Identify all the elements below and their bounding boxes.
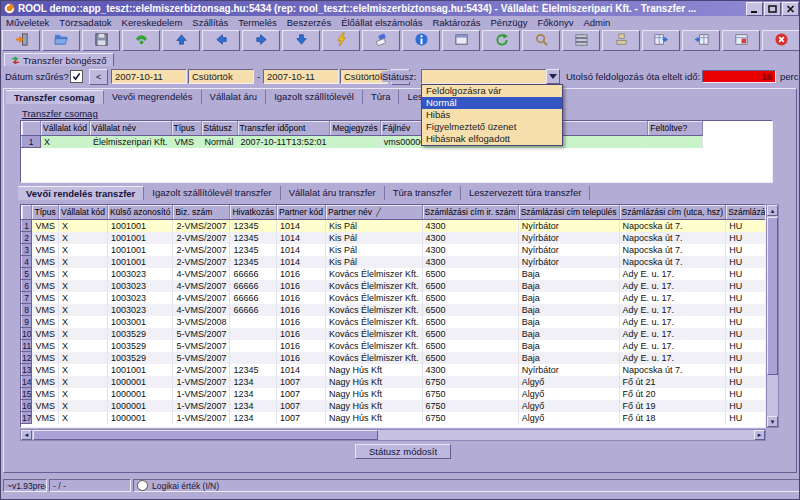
tab-igazolt-szallitolevel-transzfer[interactable]: Igazolt szállítólevél transzfer — [144, 186, 280, 200]
cell[interactable]: 1016 — [277, 280, 326, 292]
toolbar-button-phone-icon[interactable] — [122, 30, 160, 51]
menu-item-szallitas[interactable]: Szállítás — [187, 17, 233, 28]
cell[interactable]: 5-VMS/2007 — [173, 328, 230, 340]
cell[interactable]: 1234 — [230, 376, 277, 388]
toolbar-button-table-red-icon[interactable] — [722, 30, 760, 51]
cell[interactable]: X — [58, 292, 107, 304]
cell[interactable]: 1-VMS/2007 — [173, 412, 230, 424]
cell[interactable]: VMS — [32, 316, 59, 328]
cell[interactable]: 1016 — [277, 316, 326, 328]
cell[interactable]: Ady E. u. 17. — [619, 268, 726, 280]
cell[interactable]: X — [58, 412, 107, 424]
cell[interactable]: Baja — [518, 316, 619, 328]
cell[interactable]: 6500 — [422, 316, 518, 328]
cell[interactable]: HU — [726, 328, 766, 340]
cell[interactable]: 1007 — [277, 400, 326, 412]
toolbar-button-cancel-icon[interactable] — [762, 30, 800, 51]
cell[interactable]: Kovács Élelmiszer Kft. — [325, 280, 422, 292]
cell[interactable]: HU — [726, 304, 766, 316]
cell[interactable]: 1014 — [277, 256, 326, 268]
cell[interactable]: Napocska út 7. — [619, 244, 726, 256]
column-header-vallalat-kod[interactable]: Vállalat kód — [58, 205, 107, 220]
cell[interactable]: 2-VMS/2007 — [173, 364, 230, 376]
cell[interactable]: 12345 — [230, 244, 277, 256]
cell[interactable]: VMS — [32, 220, 59, 232]
table-row[interactable]: 5VMSX10030234-VMS/2007666661016Kovács Él… — [22, 268, 767, 280]
cell[interactable]: X — [58, 364, 107, 376]
cell[interactable]: 6500 — [422, 292, 518, 304]
cell[interactable]: VMS — [32, 232, 59, 244]
cell[interactable]: X — [58, 268, 107, 280]
toolbar-button-lightning-icon[interactable] — [322, 30, 360, 51]
cell[interactable]: HU — [726, 220, 766, 232]
tab-vevoi-rendeles-transzfer[interactable]: Vevői rendelés transzfer — [18, 186, 144, 200]
cell[interactable]: 4300 — [422, 232, 518, 244]
table-row[interactable]: 12VMSX10035295-VMS/20071016Kovács Élelmi… — [22, 352, 767, 364]
menu-item-termeles[interactable]: Termelés — [233, 17, 282, 28]
logic-value-radio[interactable] — [137, 480, 148, 491]
cell[interactable]: Ady E. u. 17. — [619, 328, 726, 340]
cell[interactable]: Élelmiszeripari Kft. — [90, 136, 172, 148]
column-header-partner-nev[interactable]: Partner név╱ — [325, 205, 422, 220]
cell[interactable]: 1001001 — [107, 220, 172, 232]
status-modify-button[interactable]: Státusz módosít — [355, 444, 451, 459]
cell[interactable]: HU — [726, 256, 766, 268]
cell[interactable]: Algyő — [518, 412, 619, 424]
horizontal-scrollbar[interactable]: ◄ ► — [20, 429, 766, 441]
cell[interactable]: Ady E. u. 17. — [619, 304, 726, 316]
cell[interactable]: Baja — [518, 292, 619, 304]
cell[interactable]: Baja — [518, 268, 619, 280]
column-header-statusz[interactable]: Státusz — [201, 121, 237, 136]
menu-item-kereskedelem[interactable]: Kereskedelem — [117, 17, 188, 28]
cell[interactable]: 6500 — [422, 268, 518, 280]
cell[interactable]: 1014 — [277, 244, 326, 256]
cell[interactable]: Nagy Hús Kft — [325, 400, 422, 412]
cell[interactable]: Baja — [518, 340, 619, 352]
toolbar-button-eraser-icon[interactable] — [362, 30, 400, 51]
cell[interactable]: 6500 — [422, 304, 518, 316]
cell[interactable]: Napocska út 7. — [619, 220, 726, 232]
tab-tura-transzfer[interactable]: Túra transzfer — [385, 186, 461, 200]
cell[interactable]: Baja — [518, 328, 619, 340]
cell[interactable]: Kovács Élelmiszer Kft. — [325, 352, 422, 364]
cell[interactable]: 1001001 — [107, 256, 172, 268]
cell[interactable]: X — [58, 280, 107, 292]
cell[interactable]: X — [58, 340, 107, 352]
table-row[interactable]: 1VMSX10010012-VMS/2007123451014Kis Pál43… — [22, 220, 767, 232]
tab-vevoi-megrendeles[interactable]: Vevői megrendelés — [104, 90, 202, 104]
cell[interactable]: 1003529 — [107, 340, 172, 352]
cell[interactable]: X — [58, 304, 107, 316]
cell[interactable]: VMS — [32, 244, 59, 256]
cell[interactable]: HU — [726, 412, 766, 424]
column-header-megjegyzes[interactable]: Megjegyzés — [330, 121, 380, 136]
cell[interactable]: 12345 — [230, 220, 277, 232]
cell[interactable]: HU — [726, 292, 766, 304]
cell[interactable]: VMS — [32, 268, 59, 280]
cell[interactable]: VMS — [32, 388, 59, 400]
cell[interactable]: HU — [726, 280, 766, 292]
menu-item-admin[interactable]: Admin — [578, 17, 615, 28]
toolbar-button-form-icon[interactable] — [442, 30, 480, 51]
cell[interactable]: 1003023 — [107, 280, 172, 292]
cell[interactable]: HU — [726, 376, 766, 388]
close-icon[interactable] — [782, 2, 799, 16]
table-row[interactable]: 15VMSX10000011-VMS/200712341007Nagy Hús … — [22, 388, 767, 400]
row-number[interactable]: 3 — [22, 244, 32, 256]
table-row[interactable]: 6VMSX10030234-VMS/2007666661016Kovács Él… — [22, 280, 767, 292]
vertical-scroll-thumb[interactable] — [767, 217, 778, 375]
cell[interactable]: Napocska út 7. — [619, 232, 726, 244]
cell[interactable]: Nyírbátor — [518, 220, 619, 232]
status-option-hibas[interactable]: Hibás — [422, 109, 562, 121]
cell[interactable]: Ady E. u. 17. — [619, 292, 726, 304]
toolbar-button-table-import-icon[interactable] — [682, 30, 720, 51]
cell[interactable]: 1016 — [277, 304, 326, 316]
cell[interactable]: 2-VMS/2007 — [173, 220, 230, 232]
cell[interactable]: X — [58, 316, 107, 328]
cell[interactable]: 2007-10-11T13:52:01 — [237, 136, 330, 148]
cell[interactable]: 1001001 — [107, 244, 172, 256]
cell[interactable]: 4-VMS/2007 — [173, 268, 230, 280]
cell[interactable]: Napocska út 7. — [619, 256, 726, 268]
cell[interactable]: 1000001 — [107, 400, 172, 412]
toolbar-button-stamp-icon[interactable] — [602, 30, 640, 51]
cell[interactable]: 1014 — [277, 232, 326, 244]
